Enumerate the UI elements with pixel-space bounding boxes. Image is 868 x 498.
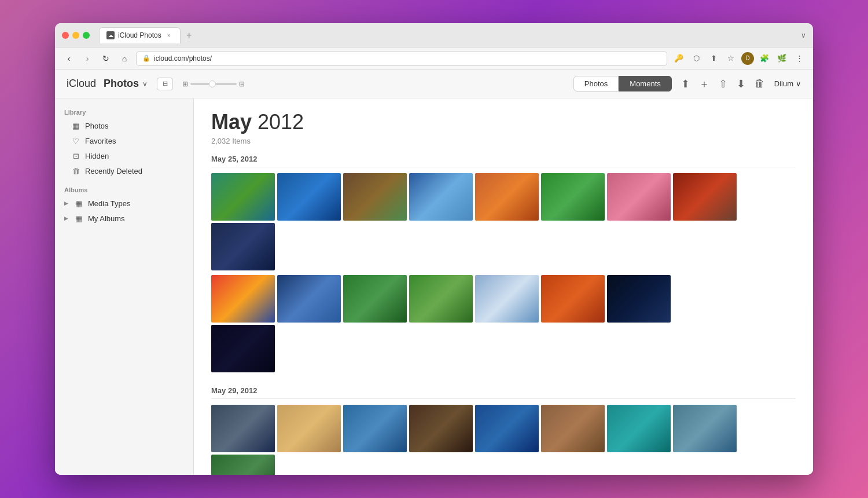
user-chevron: ∨: [796, 79, 801, 88]
sidebar-toggle[interactable]: ⊟: [157, 78, 173, 90]
sidebar-group-media-types[interactable]: ▶ ▦ Media Types: [55, 196, 193, 211]
tab-label: iCloud Photos: [118, 31, 161, 39]
app-title-bold: Photos: [104, 78, 139, 90]
forward-button[interactable]: ›: [80, 52, 94, 65]
favorites-icon: ♡: [71, 136, 80, 145]
photo-grid-2-row-1: [211, 405, 796, 475]
sidebar-item-hidden[interactable]: ⊡ Hidden: [55, 148, 193, 163]
new-tab-button[interactable]: +: [183, 29, 196, 42]
minimize-button[interactable]: [72, 32, 79, 39]
delete-button[interactable]: 🗑: [755, 78, 765, 90]
photo-thumb[interactable]: [211, 455, 275, 475]
date-section-2: May 29, 2012: [211, 386, 796, 475]
photo-thumb[interactable]: [607, 173, 671, 221]
photo-grid-1-row-1: [211, 173, 796, 270]
trash-icon: 🗑: [71, 166, 80, 175]
sidebar-item-recently-deleted-label: Recently Deleted: [85, 167, 142, 175]
download-button[interactable]: ⬇: [737, 78, 745, 90]
photo-thumb[interactable]: [211, 173, 275, 221]
puzzle-icon[interactable]: 🧩: [757, 52, 771, 65]
photo-thumb[interactable]: [343, 275, 407, 323]
active-tab[interactable]: ☁ iCloud Photos ×: [99, 27, 181, 43]
home-button[interactable]: ⌂: [117, 52, 131, 65]
page-title: May 2012: [211, 110, 796, 134]
share-button[interactable]: ⇧: [719, 78, 727, 90]
page-title-month: May: [211, 110, 252, 134]
photo-thumb[interactable]: [541, 405, 605, 452]
zoom-thumb[interactable]: [209, 80, 216, 87]
upload-button[interactable]: ⬆: [681, 78, 690, 90]
add-button[interactable]: ＋: [699, 77, 709, 91]
photo-thumb[interactable]: [475, 173, 539, 221]
photo-thumb[interactable]: [409, 405, 473, 452]
zoom-max-icon: ⊟: [239, 80, 245, 88]
photo-thumb[interactable]: [211, 325, 275, 372]
profile-icon[interactable]: 🌿: [775, 52, 789, 65]
address-text: icloud.com/photos/: [154, 54, 212, 63]
sidebar-item-favorites[interactable]: ♡ Favorites: [55, 133, 193, 148]
media-types-chevron: ▶: [64, 200, 68, 206]
tab-favicon: ☁: [106, 31, 115, 39]
key-icon[interactable]: 🔑: [672, 52, 686, 65]
photo-thumb[interactable]: [607, 275, 671, 323]
app-content: iCloud Photos ∨ ⊟ ⊞ ⊟ Photos Moments: [55, 69, 813, 475]
address-bar[interactable]: 🔒 icloud.com/photos/: [136, 51, 667, 66]
segment-photos-button[interactable]: Photos: [573, 76, 619, 91]
photo-thumb[interactable]: [673, 173, 737, 221]
bookmark-icon[interactable]: ☆: [724, 52, 738, 65]
sidebar-item-photos[interactable]: ▦ Photos: [55, 118, 193, 133]
lock-icon: 🔒: [142, 54, 150, 62]
photo-thumb[interactable]: [343, 405, 407, 452]
photo-thumb[interactable]: [277, 275, 341, 323]
sidebar-group-my-albums[interactable]: ▶ ▦ My Albums: [55, 211, 193, 226]
photo-thumb[interactable]: [673, 275, 737, 323]
more-icon[interactable]: ⋮: [792, 52, 806, 65]
app-title-chevron[interactable]: ∨: [142, 80, 148, 88]
photo-thumb[interactable]: [475, 405, 539, 452]
sidebar-item-photos-label: Photos: [85, 122, 108, 130]
browser-window: ☁ iCloud Photos × + ∨ ‹ › ↻ ⌂ 🔒 icloud.c…: [55, 23, 813, 475]
item-count: 2,032 Items: [211, 137, 796, 145]
photo-thumb[interactable]: [673, 405, 737, 452]
sidebar-group-media-types-label: Media Types: [88, 199, 130, 208]
nav-bar: ‹ › ↻ ⌂ 🔒 icloud.com/photos/ 🔑 ⬡ ⬆ ☆ D 🧩…: [55, 47, 813, 69]
maximize-button[interactable]: [83, 32, 90, 39]
photo-thumb[interactable]: [211, 405, 275, 452]
tab-bar: ☁ iCloud Photos × +: [99, 27, 796, 43]
window-chevron[interactable]: ∨: [801, 31, 806, 39]
photo-thumb[interactable]: [607, 405, 671, 452]
photo-thumb[interactable]: [277, 405, 341, 452]
photo-thumb[interactable]: [211, 223, 275, 270]
photo-thumb[interactable]: [277, 173, 341, 221]
photo-thumb[interactable]: [211, 275, 275, 323]
photo-thumb[interactable]: [409, 275, 473, 323]
external-icon[interactable]: ⬡: [689, 52, 703, 65]
user-menu-button[interactable]: Dilum ∨: [774, 79, 801, 88]
refresh-button[interactable]: ↻: [99, 52, 113, 65]
photo-thumb[interactable]: [541, 173, 605, 221]
page-title-year: 2012: [258, 110, 304, 134]
sidebar-item-favorites-label: Favorites: [85, 137, 116, 145]
photos-icon: ▦: [71, 121, 80, 130]
sidebar-item-hidden-label: Hidden: [85, 152, 109, 160]
photo-thumb[interactable]: [475, 275, 539, 323]
title-bar: ☁ iCloud Photos × + ∨: [55, 23, 813, 47]
photo-thumb[interactable]: [541, 275, 605, 323]
hidden-icon: ⊡: [71, 151, 80, 160]
photo-thumb[interactable]: [409, 173, 473, 221]
nav-icons-right: 🔑 ⬡ ⬆ ☆ D 🧩 🌿 ⋮: [672, 52, 806, 65]
zoom-slider[interactable]: [190, 83, 237, 85]
segment-moments-button[interactable]: Moments: [619, 76, 671, 91]
photo-thumb[interactable]: [343, 173, 407, 221]
albums-section-header: Albums: [55, 183, 193, 196]
tab-close-button[interactable]: ×: [165, 31, 173, 39]
library-section-header: Library: [55, 105, 193, 118]
main-content: May 2012 2,032 Items May 25, 2012: [194, 98, 813, 475]
app-title-light: iCloud: [67, 78, 96, 90]
sidebar-item-recently-deleted[interactable]: 🗑 Recently Deleted: [55, 163, 193, 178]
close-button[interactable]: [62, 32, 69, 39]
avatar-icon[interactable]: D: [741, 52, 754, 65]
share-icon[interactable]: ⬆: [707, 52, 720, 65]
back-button[interactable]: ‹: [62, 52, 76, 65]
sidebar-group-my-albums-label: My Albums: [88, 214, 125, 223]
